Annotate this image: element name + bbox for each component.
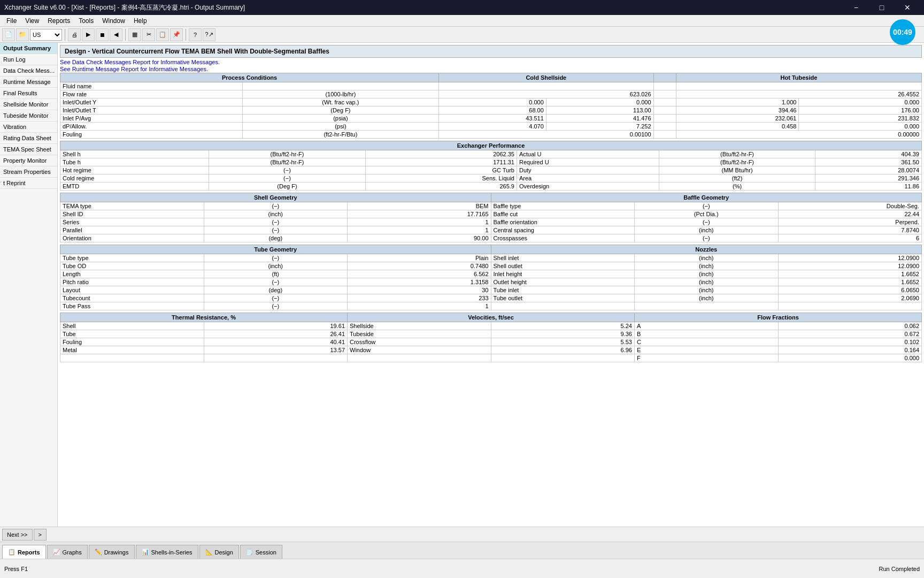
tab-drawings-icon: ✏️ <box>95 549 102 556</box>
tab-bar: 📋 Reports 📈 Graphs ✏️ Drawings 📊 Shells-… <box>0 542 924 559</box>
table-row: Fluid name <box>60 82 922 90</box>
menu-view[interactable]: View <box>21 16 43 26</box>
tab-reports-label: Reports <box>18 549 40 556</box>
sidebar-item-rating[interactable]: Rating Data Sheet <box>0 133 57 144</box>
flow-fractions-header: Flow Fractions <box>635 313 922 322</box>
toolbar: 📄 📁 US SI 🖨 ▶ ⏹ ◀ ▦ ✂ 📋 📌 ? ?↗ <box>0 27 924 43</box>
sidebar-item-reprint[interactable]: t Reprint <box>0 178 57 189</box>
sidebar-item-data-check[interactable]: Data Check Mess... <box>0 65 57 77</box>
units-selector[interactable]: US SI <box>30 29 62 41</box>
geometry-table: Shell Geometry Baffle Geometry TEMA type… <box>60 193 922 242</box>
tab-graphs-icon: 📈 <box>53 549 60 556</box>
toolbar-run[interactable]: ▶ <box>82 28 95 41</box>
minimize-button[interactable]: − <box>844 0 868 15</box>
tab-session-icon: 🗒️ <box>246 549 253 556</box>
sep3 <box>186 29 186 41</box>
menu-tools[interactable]: Tools <box>74 16 98 26</box>
menu-help[interactable]: Help <box>129 16 151 26</box>
menu-reports[interactable]: Reports <box>43 16 74 26</box>
toolbar-paste[interactable]: 📌 <box>170 28 183 41</box>
tab-drawings[interactable]: ✏️ Drawings <box>89 545 135 559</box>
toolbar-back[interactable]: ◀ <box>110 28 122 41</box>
table-row: Tube Pass(−)1 <box>60 302 922 310</box>
table-row: Tube h (Btu/ft2-hr-F) 1711.31 Required U… <box>60 158 922 166</box>
toolbar-open[interactable]: 📁 <box>16 28 29 41</box>
sidebar-item-tubeside-monitor[interactable]: Tubeside Monitor <box>0 110 57 121</box>
tab-reports[interactable]: 📋 Reports <box>2 545 46 559</box>
sidebar-item-property-monitor[interactable]: Property Monitor <box>0 155 57 166</box>
menu-file[interactable]: File <box>2 16 21 26</box>
toolbar-about[interactable]: ?↗ <box>203 28 215 41</box>
table-row: Tube OD(inch)0.7480 Shell outlet(inch)12… <box>60 262 922 270</box>
exchanger-performance-header: Exchanger Performance <box>60 141 922 150</box>
table-row: Fouling40.41 Crossflow5.53 C0.102 <box>60 338 922 346</box>
table-row: Metal13.57 Window6.96 E0.164 <box>60 346 922 354</box>
table-row: Flow rate (1000-lb/hr) 623.026 26.4552 <box>60 90 922 98</box>
next-button[interactable]: Next >> <box>2 529 33 541</box>
bottom-sections-table: Thermal Resistance, % Velocities, ft/sec… <box>60 313 922 362</box>
tab-graphs-label: Graphs <box>63 549 82 556</box>
run-completed-label: Run Completed <box>879 566 920 572</box>
sep2 <box>125 29 126 41</box>
window-controls: − □ ✕ <box>844 0 920 15</box>
sidebar-item-runtime[interactable]: Runtime Message <box>0 77 57 88</box>
sidebar-item-final-results[interactable]: Final Results <box>0 88 57 99</box>
tab-design-label: Design <box>215 549 233 556</box>
sidebar-item-shellside-monitor[interactable]: Shellside Monitor <box>0 99 57 110</box>
exchanger-performance-table: Exchanger Performance Shell h (Btu/ft2-h… <box>60 141 922 191</box>
sidebar-item-run-log[interactable]: Run Log <box>0 54 57 65</box>
sidebar-item-output-summary[interactable]: Output Summary <box>0 43 57 54</box>
baffle-geometry-header: Baffle Geometry <box>491 193 922 202</box>
toolbar-cut[interactable]: ✂ <box>142 28 155 41</box>
tab-design[interactable]: 📐 Design <box>199 545 239 559</box>
close-button[interactable]: ✕ <box>895 0 920 15</box>
table-row: Shell h (Btu/ft2-hr-F) 2062.35 Actual U … <box>60 150 922 158</box>
tab-session[interactable]: 🗒️ Session <box>240 545 282 559</box>
tube-nozzles-table: Tube Geometry Nozzles Tube type(−)Plain … <box>60 245 922 310</box>
tab-shells-in-series[interactable]: 📊 Shells-in-Series <box>136 545 198 559</box>
table-row: Inlet P/Avg (psia) 43.511 41.476 232.061… <box>60 115 922 123</box>
toolbar-stop[interactable]: ⏹ <box>96 28 109 41</box>
table-row: Series(−)1 Baffle orientation(−)Perpend. <box>60 218 922 226</box>
report-design-line: Design - Vertical Countercurrent Flow TE… <box>60 45 922 58</box>
toolbar-help[interactable]: ? <box>189 28 202 41</box>
menu-window[interactable]: Window <box>98 16 129 26</box>
sidebar-item-vibration[interactable]: Vibration <box>0 121 57 133</box>
status-bar: Press F1 Run Completed <box>0 559 924 578</box>
table-row: Tubecount(−)233 Tube outlet(inch)2.0690 <box>60 294 922 302</box>
sidebar: Output Summary Run Log Data Check Mess..… <box>0 43 58 527</box>
sep1 <box>65 29 65 41</box>
bottom-nav: Next >> > <box>0 527 924 542</box>
table-row: EMTD (Deg F) 265.9 Overdesign (%) 11.86 <box>60 182 922 191</box>
menu-bar: File View Reports Tools Window Help <box>0 15 924 27</box>
toolbar-grid[interactable]: ▦ <box>128 28 141 41</box>
process-conditions-header: Process Conditions <box>60 73 439 82</box>
tab-graphs[interactable]: 📈 Graphs <box>47 545 88 559</box>
maximize-button[interactable]: □ <box>869 0 894 15</box>
table-row: F0.000 <box>60 354 922 362</box>
table-row: Tube type(−)Plain Shell inlet(inch)12.09… <box>60 254 922 262</box>
tab-shells-label: Shells-in-Series <box>151 549 192 556</box>
shell-geometry-header: Shell Geometry <box>60 193 491 202</box>
velocities-header: Velocities, ft/sec <box>348 313 635 322</box>
runtime-link[interactable]: See Runtime Message Report for Informati… <box>60 66 922 72</box>
fluid-name-label: Fluid name <box>60 82 243 90</box>
table-row: dP/Allow. (psi) 4.070 7.252 0.458 0.000 <box>60 123 922 131</box>
content-area: Design - Vertical Countercurrent Flow TE… <box>58 43 924 527</box>
table-row: Hot regime (−) GC Turb Duty (MM Btu/hr) … <box>60 166 922 174</box>
title-bar: Xchanger Suite v6.00 - [Xist - [Reports]… <box>0 0 924 15</box>
tab-reports-icon: 📋 <box>8 549 16 556</box>
nozzles-header: Nozzles <box>491 245 922 254</box>
timer-badge: 00:49 <box>890 19 915 45</box>
toolbar-print[interactable]: 🖨 <box>68 28 81 41</box>
thermal-resistance-header: Thermal Resistance, % <box>60 313 348 322</box>
toolbar-copy[interactable]: 📋 <box>156 28 169 41</box>
sidebar-item-tema-spec[interactable]: TEMA Spec Sheet <box>0 144 57 155</box>
data-check-link[interactable]: See Data Check Messages Report for Infor… <box>60 59 922 65</box>
toolbar-new[interactable]: 📄 <box>2 28 15 41</box>
hot-tubeside-header: Hot Tubeside <box>676 73 921 82</box>
press-f1-label: Press F1 <box>4 566 28 572</box>
table-row: Inlet/Outlet Y (Wt. frac vap.) 0.000 0.0… <box>60 98 922 107</box>
arrow-button[interactable]: > <box>34 529 47 541</box>
sidebar-item-stream-properties[interactable]: Stream Properties <box>0 166 57 178</box>
